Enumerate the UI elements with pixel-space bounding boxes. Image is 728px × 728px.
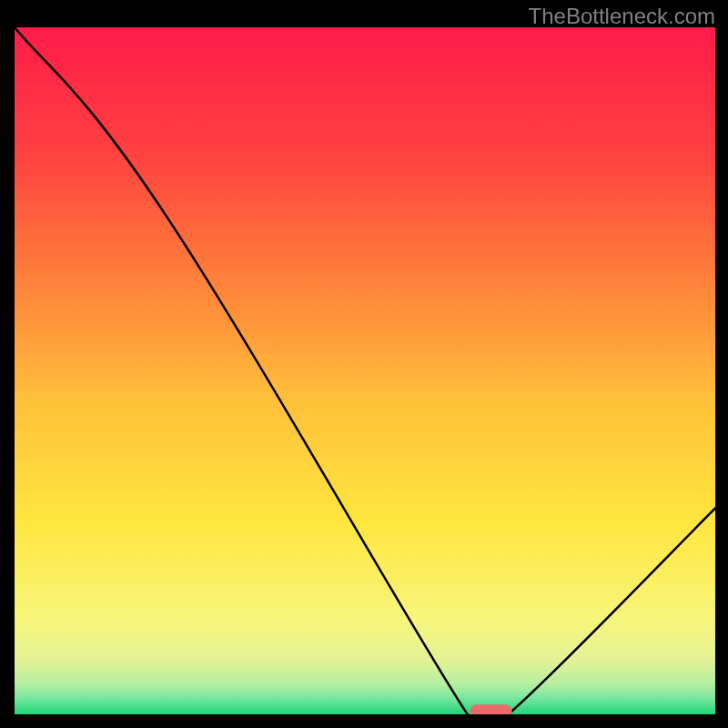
chart-background [15, 27, 715, 714]
chart-svg [15, 27, 715, 714]
chart-marker [470, 704, 512, 714]
watermark-text: TheBottleneck.com [529, 4, 715, 29]
plot-area [15, 27, 715, 714]
